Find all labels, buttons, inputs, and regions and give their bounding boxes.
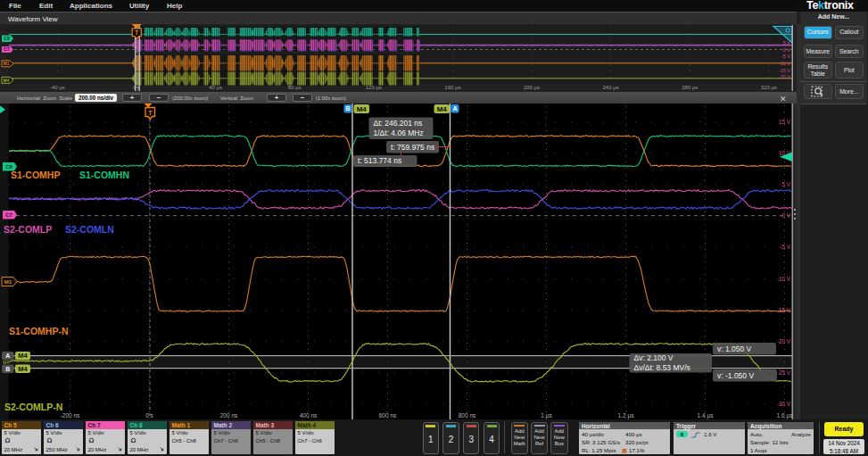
- svg-text:1.4 µs: 1.4 µs: [698, 412, 715, 419]
- svg-text:800 ns: 800 ns: [459, 412, 476, 419]
- svg-text:t: 759.975 ns: t: 759.975 ns: [391, 143, 434, 152]
- svg-text:5 V: 5 V: [783, 40, 791, 46]
- svg-text:-10 V: -10 V: [779, 61, 790, 66]
- svg-text:M4: M4: [4, 78, 10, 83]
- svg-text:M4: M4: [3, 360, 9, 365]
- svg-text:-25 V: -25 V: [777, 369, 791, 376]
- svg-text:120 µs: 120 µs: [366, 85, 382, 90]
- svg-text:15 V: 15 V: [779, 119, 791, 125]
- svg-text:160 µs: 160 µs: [444, 85, 460, 90]
- svg-text:Δv/Δt: 8.53 MV/s: Δv/Δt: 8.53 MV/s: [634, 363, 690, 372]
- svg-text:80 µs: 80 µs: [288, 85, 302, 90]
- svg-text:S2-COMLN: S2-COMLN: [65, 224, 114, 235]
- svg-text:S1-COMHN: S1-COMHN: [79, 170, 129, 180]
- svg-text:-15 V: -15 V: [777, 307, 791, 313]
- svg-text:-10 V: -10 V: [777, 276, 791, 282]
- svg-text:-30 V: -30 V: [777, 401, 791, 407]
- svg-text:-5 V: -5 V: [781, 54, 790, 59]
- svg-text:B: B: [345, 105, 350, 112]
- svg-text:v: -1.050 V: v: -1.050 V: [717, 371, 754, 380]
- svg-text:M1: M1: [4, 61, 10, 66]
- svg-text:-200 ns: -200 ns: [61, 412, 80, 419]
- svg-text:T: T: [135, 29, 139, 36]
- svg-text:240 µs: 240 µs: [603, 85, 619, 90]
- svg-text:M4: M4: [18, 365, 28, 373]
- svg-text:M4: M4: [357, 105, 368, 113]
- svg-text:C7: C7: [4, 46, 10, 52]
- svg-text:600 ns: 600 ns: [379, 412, 397, 419]
- svg-text:M4: M4: [18, 352, 28, 360]
- svg-text:M1: M1: [4, 279, 12, 285]
- svg-text:Δv: 2.100 V: Δv: 2.100 V: [634, 353, 674, 362]
- svg-text:-20 V: -20 V: [777, 338, 791, 344]
- svg-text:M4: M4: [437, 105, 448, 113]
- svg-text:C8: C8: [5, 164, 12, 170]
- svg-text:Δt: 246.201 ns: Δt: 246.201 ns: [374, 119, 423, 128]
- svg-text:-15 V: -15 V: [779, 68, 790, 73]
- svg-text:200 ns: 200 ns: [220, 412, 238, 419]
- svg-text:320 µs: 320 µs: [761, 85, 777, 90]
- svg-text:t: 513.774 ns: t: 513.774 ns: [358, 156, 401, 165]
- svg-text:1 µs: 1 µs: [541, 412, 552, 419]
- svg-text:S1-COMHP-N: S1-COMHP-N: [9, 326, 69, 336]
- svg-text:0 V: 0 V: [783, 47, 791, 53]
- svg-text:0 V: 0 V: [782, 212, 791, 219]
- svg-text:1.6 µs: 1.6 µs: [777, 412, 794, 419]
- svg-text:400 ns: 400 ns: [300, 412, 318, 419]
- svg-text:-5 V: -5 V: [780, 244, 790, 250]
- svg-text:5 V: 5 V: [782, 181, 791, 187]
- svg-text:0 s: 0 s: [145, 412, 153, 419]
- svg-text:-20 V: -20 V: [779, 74, 790, 79]
- svg-text:-40 µs: -40 µs: [50, 85, 65, 90]
- svg-text:B: B: [5, 366, 10, 372]
- svg-text:1.2 µs: 1.2 µs: [618, 412, 635, 419]
- svg-text:S2-COMLP-N: S2-COMLP-N: [4, 402, 62, 412]
- svg-text:v: 1.050 V: v: 1.050 V: [717, 344, 752, 353]
- svg-text:S2-COMLP: S2-COMLP: [4, 224, 52, 235]
- svg-text:T: T: [148, 109, 153, 117]
- svg-text:S1-COMHP: S1-COMHP: [11, 170, 60, 180]
- svg-text:A: A: [5, 352, 10, 359]
- svg-text:280 µs: 280 µs: [682, 85, 698, 90]
- svg-text:200 µs: 200 µs: [524, 85, 540, 90]
- svg-text:C7: C7: [5, 212, 12, 218]
- svg-text:C8: C8: [4, 36, 10, 41]
- svg-text:1/Δt: 4.06 MHz: 1/Δt: 4.06 MHz: [374, 129, 424, 137]
- svg-text:40 µs: 40 µs: [209, 85, 222, 90]
- svg-text:A: A: [452, 105, 457, 112]
